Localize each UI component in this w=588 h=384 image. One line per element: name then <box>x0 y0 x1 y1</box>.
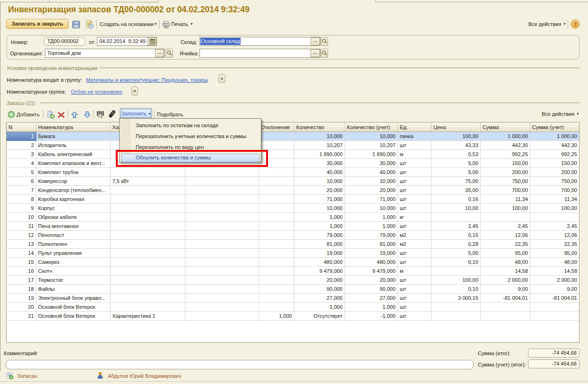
svg-text:?: ? <box>574 21 577 27</box>
